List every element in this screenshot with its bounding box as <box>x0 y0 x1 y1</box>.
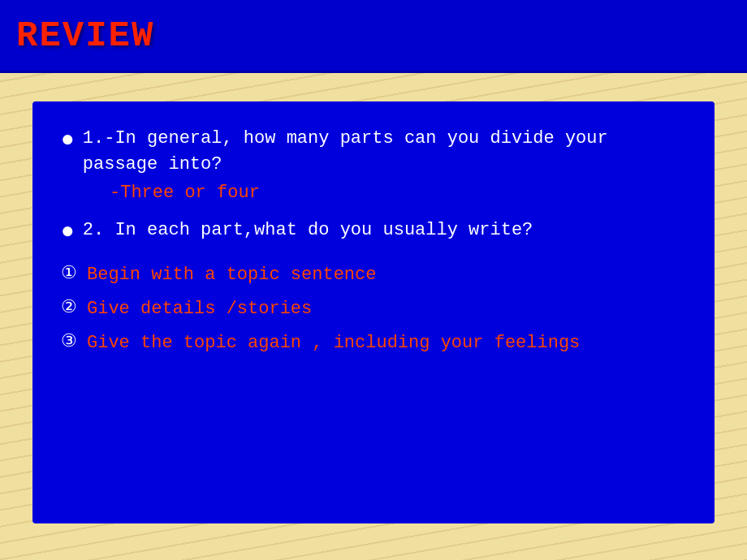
question-2-text: 2. In each part,what do you usually writ… <box>83 218 533 243</box>
list-item-3: ③ Give the topic again , including your … <box>61 330 686 356</box>
bullet-2: ● <box>61 216 75 248</box>
circle-num-3: ③ <box>61 330 77 352</box>
question-1-block: ● 1.-In general, how many parts can you … <box>61 126 686 203</box>
list-item-2: ② Give details /stories <box>61 296 686 322</box>
header-bar: REVIEW <box>0 0 747 73</box>
list-item-1: ① Begin with a topic sentence <box>61 262 686 288</box>
bullet-1: ● <box>61 124 75 156</box>
circle-num-2: ② <box>61 296 77 318</box>
question-1-text: 1.-In general, how many parts can you di… <box>83 126 686 178</box>
answer-1: -Three or four <box>110 183 686 203</box>
question-2-block: ● 2. In each part,what do you usually wr… <box>61 218 686 248</box>
header-title: REVIEW <box>16 15 154 56</box>
list-item-1-text: Begin with a topic sentence <box>87 262 376 288</box>
question-2-item: ● 2. In each part,what do you usually wr… <box>61 218 686 248</box>
list-item-3-text: Give the topic again , including your fe… <box>87 330 580 356</box>
question-1-item: ● 1.-In general, how many parts can you … <box>61 126 686 178</box>
main-content: ● 1.-In general, how many parts can you … <box>32 101 715 523</box>
circle-num-1: ① <box>61 262 77 284</box>
list-item-2-text: Give details /stories <box>87 296 312 322</box>
